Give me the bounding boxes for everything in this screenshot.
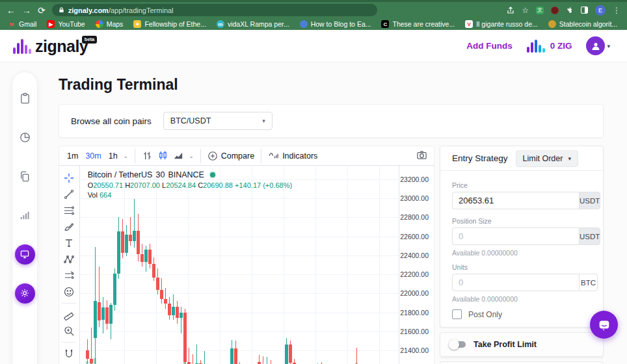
take-profit-toggle[interactable] bbox=[451, 341, 466, 348]
position-tool[interactable] bbox=[61, 268, 77, 283]
position-size-input[interactable] bbox=[452, 228, 579, 245]
bookmark-label: vidaXL Rampa per... bbox=[228, 20, 289, 28]
sidebar-item-copy-traders[interactable] bbox=[12, 157, 37, 196]
price-label: Price bbox=[452, 181, 598, 189]
post-only-checkbox[interactable] bbox=[452, 309, 462, 319]
bookmark-favicon: ▶ bbox=[47, 20, 55, 28]
add-funds-link[interactable]: Add Funds bbox=[466, 41, 513, 51]
screenshot-button[interactable] bbox=[416, 150, 427, 162]
forward-button[interactable]: → bbox=[22, 6, 31, 15]
price-axis-tick: 22200.00 bbox=[400, 270, 429, 278]
sidebar-item-signals[interactable] bbox=[12, 196, 37, 235]
sidebar-item-settings[interactable] bbox=[12, 274, 37, 313]
bookmark-favicon: C bbox=[381, 20, 389, 28]
price-axis-tick: 22000.00 bbox=[400, 289, 429, 297]
brush-tool[interactable] bbox=[61, 220, 77, 234]
symbol-name[interactable]: Bitcoin / TetherUS bbox=[88, 170, 153, 179]
main-content: Trading Terminal Browse all coin pairs B… bbox=[59, 62, 604, 364]
app-header: zignaly beta Add Funds 0 ZIG ▾ bbox=[0, 30, 627, 62]
take-profit-label: Take Profit Limit bbox=[474, 340, 537, 349]
entry-strategy-title: Entry Strategy bbox=[452, 153, 508, 163]
side-panel-icon[interactable] bbox=[581, 6, 588, 14]
units-input[interactable] bbox=[452, 274, 579, 291]
bookmark-item[interactable]: VIl gigante russo de... bbox=[465, 20, 538, 28]
bookmark-item[interactable]: ▶YouTube bbox=[47, 20, 85, 28]
market-status-icon bbox=[210, 172, 215, 177]
bars-style-icon[interactable] bbox=[142, 150, 153, 161]
pair-select[interactable]: BTC/USDT ▾ bbox=[163, 112, 273, 130]
browser-menu-icon[interactable]: ⋮ bbox=[613, 6, 620, 15]
extension-icon[interactable] bbox=[551, 6, 559, 14]
crosshair-tool[interactable] bbox=[61, 171, 77, 185]
position-size-label: Position Size bbox=[452, 217, 598, 225]
page-title: Trading Terminal bbox=[59, 76, 604, 94]
price-axis-tick: 23000.00 bbox=[400, 194, 429, 202]
candles-style-icon[interactable] bbox=[157, 150, 168, 161]
chart-canvas[interactable]: Bitcoin / TetherUS 30 BINANCE O20550.71 … bbox=[80, 166, 399, 364]
indicators-button[interactable]: Indicators bbox=[268, 150, 317, 161]
price-axis-tick: 22600.00 bbox=[400, 233, 429, 240]
reload-button[interactable]: ⟳ bbox=[38, 6, 46, 15]
text-tool[interactable] bbox=[61, 236, 77, 250]
zoom-in-tool[interactable] bbox=[61, 324, 77, 338]
measure-tool[interactable] bbox=[61, 307, 77, 322]
translate-extension-icon[interactable]: 文 bbox=[536, 6, 544, 14]
interval-menu-icon[interactable]: ⌄ bbox=[124, 153, 129, 159]
units-label: Units bbox=[452, 263, 598, 271]
style-menu-icon[interactable]: ⌄ bbox=[189, 153, 194, 159]
bookmark-star-icon[interactable]: ☆ bbox=[522, 6, 529, 15]
interval-1m[interactable]: 1m bbox=[66, 150, 79, 162]
zignaly-logo[interactable]: zignaly beta bbox=[13, 38, 88, 54]
zig-coin-icon bbox=[527, 40, 545, 53]
bookmark-item[interactable]: MGmail bbox=[8, 20, 36, 28]
sidebar-item-balance[interactable] bbox=[12, 118, 37, 157]
bookmark-favicon bbox=[300, 20, 308, 28]
pattern-tool[interactable] bbox=[61, 252, 77, 266]
bookmark-item[interactable]: How to Blog to Ea... bbox=[300, 20, 371, 28]
bookmark-item[interactable]: CThese are creative... bbox=[381, 20, 455, 28]
browser-actions: ☆ 文 E ⋮ bbox=[507, 5, 620, 16]
dca-rebuy-card: DCA/Rebuy Targets bbox=[440, 361, 604, 364]
coin-pairs-card: Browse all coin pairs BTC/USDT ▾ bbox=[59, 104, 604, 138]
user-menu[interactable]: ▾ bbox=[586, 36, 610, 55]
browse-pairs-label: Browse all coin pairs bbox=[71, 116, 152, 126]
bookmark-item[interactable]: Maps bbox=[96, 20, 124, 28]
sidebar-item-trading-terminal[interactable] bbox=[12, 235, 37, 274]
bookmark-item[interactable]: ✦Fellowship of Ethe... bbox=[133, 20, 206, 28]
compare-plus-icon bbox=[207, 151, 218, 161]
bookmark-item[interactable]: Stablecoin algorit... bbox=[548, 20, 617, 28]
puzzle-extensions-icon[interactable] bbox=[566, 6, 574, 14]
price-input[interactable] bbox=[452, 192, 579, 209]
bookmark-favicon bbox=[96, 20, 103, 28]
interval-1h[interactable]: 1h bbox=[107, 150, 119, 162]
trendline-tool[interactable] bbox=[61, 187, 77, 202]
chat-widget-button[interactable] bbox=[590, 311, 618, 339]
order-type-select[interactable]: Limit Order ▾ bbox=[516, 150, 578, 167]
fib-retracement-tool[interactable] bbox=[61, 203, 77, 218]
emoji-tool[interactable] bbox=[61, 285, 77, 299]
zig-balance[interactable]: 0 ZIG bbox=[527, 40, 572, 53]
units-unit: BTC bbox=[579, 274, 598, 291]
share-icon[interactable] bbox=[507, 6, 514, 14]
compare-button[interactable]: Compare bbox=[207, 151, 254, 161]
chat-icon bbox=[597, 318, 611, 332]
position-size-unit: USDT bbox=[579, 228, 600, 245]
price-axis-tick: 21600.00 bbox=[400, 328, 429, 335]
bookmark-label: Maps bbox=[107, 20, 124, 28]
address-bar[interactable]: zignaly.com/app/tradingTerminal bbox=[52, 4, 377, 16]
area-style-icon[interactable] bbox=[173, 150, 184, 161]
magnet-tool[interactable] bbox=[61, 346, 77, 361]
pair-select-value: BTC/USDT bbox=[170, 116, 211, 125]
price-axis[interactable]: 23200.0023000.0022800.0022600.0022400.00… bbox=[399, 166, 434, 364]
browser-chrome: ← → ⟳ zignaly.com/app/tradingTerminal ☆ … bbox=[0, 0, 627, 30]
chevron-down-icon: ▾ bbox=[568, 155, 571, 162]
bookmark-favicon: V bbox=[465, 20, 473, 28]
sidebar-item-dashboard[interactable] bbox=[12, 79, 37, 118]
take-profit-card: Take Profit Limit bbox=[440, 332, 604, 357]
browser-profile-avatar[interactable]: E bbox=[595, 5, 606, 16]
interval-30m[interactable]: 30m bbox=[84, 150, 102, 162]
size-available: Available 0.00000000 bbox=[452, 249, 598, 257]
back-button[interactable]: ← bbox=[7, 6, 16, 15]
chart-card: 1m 30m 1h ⌄ ⌄ bbox=[59, 146, 434, 364]
bookmark-item[interactable]: mvidaXL Rampa per... bbox=[217, 20, 289, 28]
